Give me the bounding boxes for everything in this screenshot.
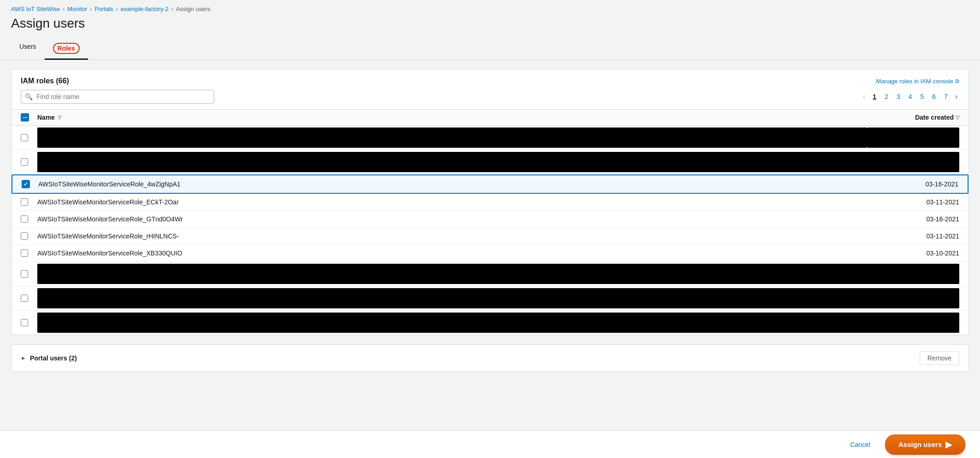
row-date: 03-11-2021 <box>867 232 959 240</box>
search-icon: 🔍 <box>21 93 36 100</box>
header-checkbox-cell <box>21 113 37 122</box>
iam-roles-title: IAM roles (66) <box>21 77 69 85</box>
header-checkbox[interactable] <box>21 113 29 122</box>
tab-users[interactable]: Users <box>11 38 45 60</box>
row-checkbox[interactable] <box>21 249 28 257</box>
name-sort-icon[interactable]: ▽ <box>58 115 61 121</box>
row-checkbox[interactable] <box>21 158 28 166</box>
iam-roles-count: (66) <box>56 77 69 85</box>
row-name: AWSIoTSiteWiseMonitorServiceRole_rHINLNC… <box>37 232 867 240</box>
row-checkbox-cell <box>21 232 37 240</box>
table-row <box>12 286 968 311</box>
redacted-name-block <box>37 288 959 308</box>
portal-users-title[interactable]: ► Portal users (2) <box>21 354 77 362</box>
footer-bar: Cancel Assign users ▶ <box>0 430 980 458</box>
table-row[interactable]: AWSIoTSiteWiseMonitorServiceRole_XB330QU… <box>12 245 968 262</box>
expand-icon: ► <box>21 355 26 361</box>
pagination-next[interactable]: › <box>953 92 959 102</box>
page-btn-2[interactable]: 2 <box>882 92 891 101</box>
iam-roles-panel: IAM roles (66) Manage roles in IAM conso… <box>11 69 969 335</box>
table-row[interactable]: AWSIoTSiteWiseMonitorServiceRole_ECkT-2O… <box>12 194 968 211</box>
row-checkbox[interactable] <box>21 198 28 206</box>
row-date: 03-16-2021 <box>866 180 958 188</box>
row-name: AWSIoTSiteWiseMonitorServiceRole_GTnd0O4… <box>37 215 867 223</box>
search-wrapper: 🔍 <box>21 90 214 104</box>
portal-users-header: ► Portal users (2) Remove <box>12 345 968 371</box>
pagination-bar: ‹ 1 2 3 4 5 6 7 › <box>861 92 959 102</box>
redacted-name-block <box>37 152 959 172</box>
breadcrumb-sep-3: › <box>116 6 118 12</box>
breadcrumb-sep-4: › <box>171 6 173 12</box>
breadcrumb-sep-2: › <box>90 6 92 12</box>
breadcrumb-portals[interactable]: Portals <box>95 6 113 12</box>
date-sort-icon[interactable]: ▽ <box>956 115 959 121</box>
portal-users-panel: ► Portal users (2) Remove <box>11 344 969 372</box>
breadcrumb-sitewise[interactable]: AWS IoT SiteWise <box>11 6 60 12</box>
row-checkbox-cell <box>21 319 37 326</box>
page-btn-7[interactable]: 7 <box>941 92 951 101</box>
row-date: 03-16-2021 <box>867 215 959 223</box>
row-checkbox[interactable] <box>21 232 28 240</box>
row-checkbox[interactable] <box>21 134 28 141</box>
row-checkbox-checked[interactable] <box>22 180 30 188</box>
redacted-name-block <box>37 128 867 148</box>
assign-users-button[interactable]: Assign users ▶ <box>885 435 965 455</box>
search-pagination-bar: 🔍 ‹ 1 2 3 4 5 6 7 › <box>12 90 968 109</box>
breadcrumb-monitor[interactable]: Monitor <box>67 6 87 12</box>
row-name: AWSIoTSiteWiseMonitorServiceRole_4wZigNp… <box>38 180 866 188</box>
row-checkbox-cell <box>22 180 38 188</box>
row-name: AWSIoTSiteWiseMonitorServiceRole_XB330QU… <box>37 249 867 257</box>
table-row <box>12 150 968 174</box>
page-btn-4[interactable]: 4 <box>905 92 915 101</box>
remove-button[interactable]: Remove <box>920 351 959 365</box>
table-row <box>12 311 968 335</box>
row-checkbox[interactable] <box>21 270 28 278</box>
row-checkbox-cell <box>21 134 37 141</box>
breadcrumb: AWS IoT SiteWise › Monitor › Portals › e… <box>0 0 980 14</box>
row-date: 03-10-2021 <box>867 249 959 257</box>
tabs-bar: Users Roles <box>0 38 980 60</box>
row-checkbox-cell <box>21 249 37 257</box>
search-input[interactable] <box>36 90 214 103</box>
col-header-name: Name ▽ <box>37 114 867 121</box>
row-checkbox-cell <box>21 215 37 223</box>
table-header: Name ▽ Date created ▽ <box>12 109 968 126</box>
tab-roles[interactable]: Roles <box>45 38 88 60</box>
row-checkbox-cell <box>21 295 37 302</box>
row-checkbox-cell <box>21 198 37 206</box>
row-date: 03-11-2021 <box>867 198 959 206</box>
redacted-name-block <box>37 313 959 333</box>
redacted-date-block <box>867 128 959 148</box>
table-row <box>12 262 968 286</box>
assign-btn-arrow-icon: ▶ <box>945 440 952 450</box>
portal-users-label: Portal users (2) <box>30 354 77 362</box>
table-row[interactable]: AWSIoTSiteWiseMonitorServiceRole_GTnd0O4… <box>12 211 968 228</box>
row-checkbox-cell <box>21 270 37 278</box>
pagination-prev[interactable]: ‹ <box>861 92 867 102</box>
row-checkbox-cell <box>21 158 37 166</box>
breadcrumb-sep-1: › <box>63 6 64 12</box>
cancel-button[interactable]: Cancel <box>843 437 878 452</box>
external-link-icon: ⧉ <box>955 78 959 84</box>
row-checkbox[interactable] <box>21 295 28 302</box>
page-btn-5[interactable]: 5 <box>917 92 927 101</box>
table-row <box>12 126 968 150</box>
breadcrumb-factory[interactable]: example-factory-2 <box>121 6 169 12</box>
page-btn-3[interactable]: 3 <box>894 92 903 101</box>
redacted-name-block <box>37 264 959 284</box>
row-name: AWSIoTSiteWiseMonitorServiceRole_ECkT-2O… <box>37 198 867 206</box>
table-row-selected[interactable]: AWSIoTSiteWiseMonitorServiceRole_4wZigNp… <box>12 174 968 194</box>
row-checkbox[interactable] <box>21 215 28 223</box>
breadcrumb-current: Assign users <box>176 6 210 12</box>
page-btn-6[interactable]: 6 <box>929 92 939 101</box>
table-row[interactable]: AWSIoTSiteWiseMonitorServiceRole_rHINLNC… <box>12 228 968 245</box>
page-btn-1[interactable]: 1 <box>870 92 879 101</box>
iam-roles-header: IAM roles (66) Manage roles in IAM conso… <box>12 70 968 90</box>
manage-roles-link[interactable]: Manage roles in IAM console ⧉ <box>876 78 959 85</box>
tab-roles-label: Roles <box>53 43 80 54</box>
page-title: Assign users <box>0 14 980 38</box>
col-header-date: Date created ▽ <box>867 114 959 121</box>
portal-users-count: (2) <box>69 354 77 362</box>
row-checkbox[interactable] <box>21 319 28 326</box>
